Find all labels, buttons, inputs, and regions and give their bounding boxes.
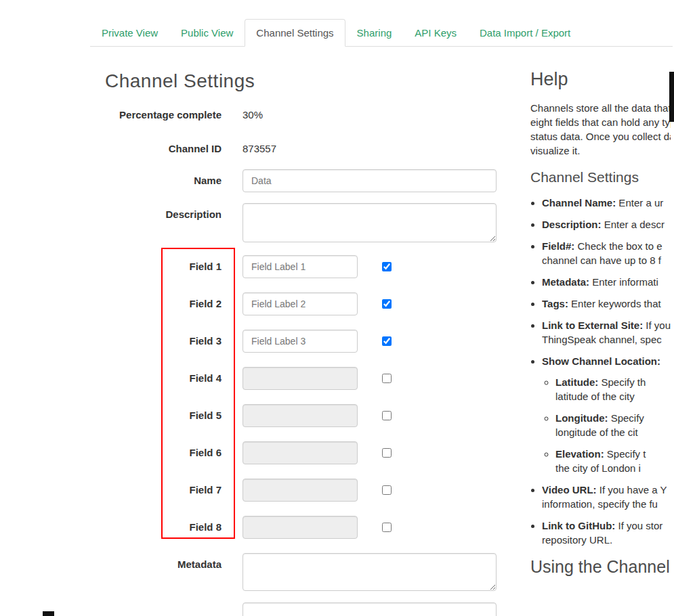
percentage-complete-row: Percentage complete 30% [90,108,524,122]
help-bullet: Channel Name: Enter a ur [542,196,671,210]
field-6-input [243,441,358,464]
help-bullet: Tags: Enter keywords that [542,296,671,311]
help-intro-line: visualize it. [530,144,671,158]
field-5-row: Field 5 [90,404,524,427]
help-sub-bullet: Elevation: Specify t the city of London … [555,447,671,475]
partial-bottom-textarea[interactable] [243,602,497,616]
channel-tabbar: Private View Public View Channel Setting… [90,19,673,47]
field-3-label: Field 3 [90,330,222,353]
help-bullet: Link to GitHub: If you stor repository U… [542,519,671,547]
field-4-input [243,367,358,390]
help-bullet: Field#: Check the box to e channel can h… [542,239,671,267]
field-5-label: Field 5 [90,404,222,427]
field-6-checkbox[interactable] [382,448,392,458]
channel-id-label: Channel ID [90,142,222,156]
help-intro-line: eight fields that can hold any typ [530,115,671,129]
field-2-checkbox[interactable] [382,299,392,309]
field-1-label: Field 1 [90,255,222,278]
field-8-label: Field 8 [90,516,222,539]
percentage-complete-label: Percentage complete [90,108,222,122]
field-4-row: Field 4 [90,367,524,390]
field-8-input [243,516,358,539]
tab-channel-settings[interactable]: Channel Settings [245,19,345,47]
name-label: Name [90,169,222,192]
page-title: Channel Settings [105,68,524,95]
field-6-label: Field 6 [90,441,222,464]
field-4-checkbox[interactable] [382,374,392,383]
field-5-input [243,404,358,427]
field-7-label: Field 7 [90,479,222,502]
field-1-row: Field 1 [90,255,524,278]
help-panel: Help Channels store all the data that a … [530,68,671,616]
help-sub-bullet: Latitude: Specify th latitude of the cit… [555,375,671,403]
field-3-row: Field 3 [90,330,524,353]
field-3-checkbox[interactable] [382,336,392,346]
vertical-scrollbar-thumb[interactable] [669,72,674,122]
metadata-row: Metadata [90,553,524,591]
help-bullet: Metadata: Enter informati [542,275,671,289]
channel-settings-form: Channel Settings Percentage complete 30%… [90,68,524,616]
help-title: Help [530,69,671,90]
help-location-sublist: Latitude: Specify th latitude of the cit… [542,375,671,475]
help-bullet-list: Channel Name: Enter a ur Description: En… [530,196,671,547]
help-intro: Channels store all the data that a eight… [530,101,671,158]
field-7-row: Field 7 [90,479,524,502]
description-textarea[interactable] [243,203,497,242]
help-bullet: Link to External Site: If you ThingSpeak… [542,318,671,347]
help-bullet: Video URL: If you have a Y information, … [542,483,671,511]
field-2-label: Field 2 [90,292,222,315]
name-row: Name [90,169,524,192]
tab-api-keys[interactable]: API Keys [403,19,468,47]
help-sub-bullet: Longitude: Specify longitude of the cit [555,411,671,439]
field-3-input[interactable] [243,330,358,353]
partial-bottom-row [90,602,524,616]
field-4-label: Field 4 [90,367,222,390]
field-7-input [243,479,358,502]
help-bullet: Show Channel Location: Latitude: Specify… [542,354,671,475]
field-5-checkbox[interactable] [382,411,392,420]
tab-data-import-export[interactable]: Data Import / Export [468,19,582,47]
help-using-channel-title: Using the Channel [530,556,671,577]
help-intro-line: status data. Once you collect dat [530,129,671,144]
help-channel-settings-title: Channel Settings [530,169,671,186]
horizontal-scrollbar-thumb[interactable] [43,611,54,616]
partial-bottom-label [90,602,222,616]
field-8-checkbox[interactable] [382,523,392,532]
help-intro-line: Channels store all the data that a [530,101,671,115]
name-input[interactable] [243,169,497,192]
tab-private-view[interactable]: Private View [90,19,169,47]
channel-id-row: Channel ID 873557 [90,142,524,156]
metadata-textarea[interactable] [243,553,497,591]
description-label: Description [90,203,222,242]
description-row: Description [90,203,524,242]
field-2-input[interactable] [243,292,358,315]
field-7-checkbox[interactable] [382,485,392,495]
percentage-complete-value: 30% [243,108,263,122]
field-1-checkbox[interactable] [382,262,392,271]
field-1-input[interactable] [243,255,358,278]
tab-public-view[interactable]: Public View [169,19,245,47]
channel-id-value: 873557 [243,142,276,156]
tab-sharing[interactable]: Sharing [345,19,404,47]
help-bullet: Description: Enter a descr [542,217,671,232]
field-8-row: Field 8 [90,516,524,539]
field-6-row: Field 6 [90,441,524,464]
metadata-label: Metadata [90,553,222,591]
field-2-row: Field 2 [90,292,524,315]
